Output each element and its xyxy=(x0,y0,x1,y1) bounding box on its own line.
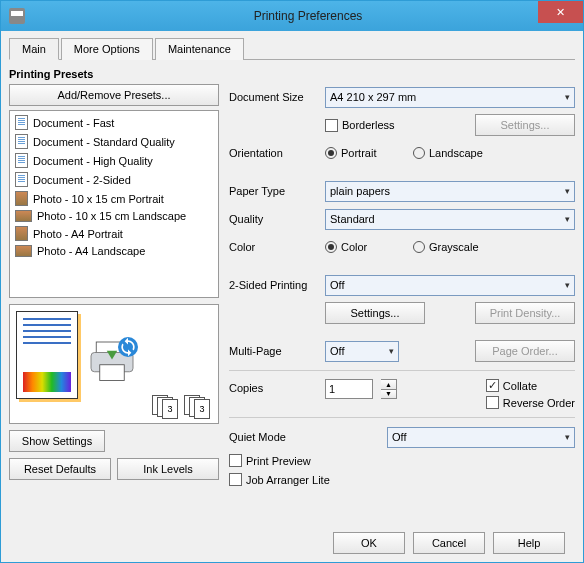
grayscale-text: Grayscale xyxy=(429,241,479,253)
print-preview-text: Print Preview xyxy=(246,455,311,467)
reverse-order-checkbox[interactable] xyxy=(486,396,499,409)
preset-label: Photo - A4 Landscape xyxy=(37,245,145,257)
chevron-down-icon: ▾ xyxy=(565,186,570,196)
preset-list[interactable]: Document - Fast Document - Standard Qual… xyxy=(9,110,219,298)
multipage-value: Off xyxy=(330,345,344,357)
preset-item-photo-10x15-landscape[interactable]: Photo - 10 x 15 cm Landscape xyxy=(12,208,216,224)
two-sided-settings-button[interactable]: Settings... xyxy=(325,302,425,324)
job-arranger-text: Job Arranger Lite xyxy=(246,474,330,486)
preset-label: Photo - 10 x 15 cm Portrait xyxy=(33,193,164,205)
document-size-select[interactable]: A4 210 x 297 mm▾ xyxy=(325,87,575,108)
row-2sided: 2-Sided Printing Off▾ xyxy=(229,274,575,296)
collate-checkbox-label[interactable]: Collate xyxy=(486,379,575,392)
print-preview-checkbox[interactable] xyxy=(229,454,242,467)
tab-more-options[interactable]: More Options xyxy=(61,38,153,60)
window-title: Printing Preferences xyxy=(33,9,583,23)
separator xyxy=(229,370,575,371)
printing-presets-title: Printing Presets xyxy=(9,68,219,80)
quality-label: Quality xyxy=(229,213,317,225)
row-paper-type: Paper Type plain papers▾ xyxy=(229,180,575,202)
document-preview-icon xyxy=(16,311,78,399)
reset-defaults-button[interactable]: Reset Defaults xyxy=(9,458,111,480)
borderless-settings-button[interactable]: Settings... xyxy=(475,114,575,136)
row-borderless: Borderless Settings... xyxy=(229,114,575,136)
ink-levels-button[interactable]: Ink Levels xyxy=(117,458,219,480)
job-arranger-checkbox[interactable] xyxy=(229,473,242,486)
paper-type-label: Paper Type xyxy=(229,185,317,197)
add-remove-presets-button[interactable]: Add/Remove Presets... xyxy=(9,84,219,106)
ok-button[interactable]: OK xyxy=(333,532,405,554)
tab-maintenance[interactable]: Maintenance xyxy=(155,38,244,60)
borderless-checkbox[interactable] xyxy=(325,119,338,132)
help-button[interactable]: Help xyxy=(493,532,565,554)
collate-checkbox[interactable] xyxy=(486,379,499,392)
color-text: Color xyxy=(341,241,367,253)
multipage-select[interactable]: Off▾ xyxy=(325,341,399,362)
landscape-radio[interactable] xyxy=(413,147,425,159)
photo-portrait-icon xyxy=(15,226,28,241)
document-2sided-icon xyxy=(15,172,28,187)
borderless-checkbox-label[interactable]: Borderless xyxy=(325,119,405,132)
grayscale-radio-label[interactable]: Grayscale xyxy=(413,241,493,253)
portrait-radio[interactable] xyxy=(325,147,337,159)
separator xyxy=(229,417,575,418)
quiet-mode-label: Quiet Mode xyxy=(229,431,379,443)
spinner-up-icon[interactable]: ▲ xyxy=(381,380,396,390)
print-preview-checkbox-label[interactable]: Print Preview xyxy=(229,454,575,467)
color-radio[interactable] xyxy=(325,241,337,253)
two-sided-select[interactable]: Off▾ xyxy=(325,275,575,296)
print-density-button[interactable]: Print Density... xyxy=(475,302,575,324)
landscape-radio-label[interactable]: Landscape xyxy=(413,147,493,159)
printing-preferences-window: Printing Preferences ✕ Main More Options… xyxy=(0,0,584,563)
quiet-mode-value: Off xyxy=(392,431,406,443)
preset-item-photo-a4-portrait[interactable]: Photo - A4 Portrait xyxy=(12,224,216,243)
job-arranger-checkbox-label[interactable]: Job Arranger Lite xyxy=(229,473,575,486)
preset-item-photo-a4-landscape[interactable]: Photo - A4 Landscape xyxy=(12,243,216,259)
show-settings-button[interactable]: Show Settings xyxy=(9,430,105,452)
reverse-text: Reverse Order xyxy=(503,397,575,409)
preset-item-photo-10x15-portrait[interactable]: Photo - 10 x 15 cm Portrait xyxy=(12,189,216,208)
right-column: Document Size A4 210 x 297 mm▾ Borderles… xyxy=(229,68,575,522)
color-radio-label[interactable]: Color xyxy=(325,241,405,253)
photo-portrait-icon xyxy=(15,191,28,206)
preset-item-document-2sided[interactable]: Document - 2-Sided xyxy=(12,170,216,189)
tab-main[interactable]: Main xyxy=(9,38,59,60)
paper-type-select[interactable]: plain papers▾ xyxy=(325,181,575,202)
copies-spinner[interactable]: ▲▼ xyxy=(381,379,397,399)
sync-icon xyxy=(118,337,138,357)
row-orientation: Orientation Portrait Landscape xyxy=(229,142,575,164)
quality-select[interactable]: Standard▾ xyxy=(325,209,575,230)
preset-label: Document - 2-Sided xyxy=(33,174,131,186)
document-icon xyxy=(15,115,28,130)
preset-label: Document - High Quality xyxy=(33,155,153,167)
grayscale-radio[interactable] xyxy=(413,241,425,253)
reverse-order-checkbox-label[interactable]: Reverse Order xyxy=(486,396,575,409)
collate-text: Collate xyxy=(503,380,537,392)
preview-box: 123 123 xyxy=(9,304,219,424)
quiet-mode-select[interactable]: Off▾ xyxy=(387,427,575,448)
preset-label: Photo - 10 x 15 cm Landscape xyxy=(37,210,186,222)
spinner-down-icon[interactable]: ▼ xyxy=(381,390,396,399)
page-order-button[interactable]: Page Order... xyxy=(475,340,575,362)
close-button[interactable]: ✕ xyxy=(538,1,583,23)
document-size-label: Document Size xyxy=(229,91,317,103)
copies-input[interactable]: 1 xyxy=(325,379,373,399)
preset-item-document-high[interactable]: Document - High Quality xyxy=(12,151,216,170)
cancel-button[interactable]: Cancel xyxy=(413,532,485,554)
preset-item-document-standard[interactable]: Document - Standard Quality xyxy=(12,132,216,151)
left-buttons: Show Settings Reset Defaults Ink Levels xyxy=(9,430,219,480)
multipage-label: Multi-Page xyxy=(229,345,317,357)
photo-landscape-icon xyxy=(15,245,32,257)
printer-preview-icon xyxy=(84,335,144,393)
row-quiet-mode: Quiet Mode Off▾ xyxy=(229,426,575,448)
dialog-footer: OK Cancel Help xyxy=(9,522,575,554)
row-document-size: Document Size A4 210 x 297 mm▾ xyxy=(229,86,575,108)
photo-landscape-icon xyxy=(15,210,32,222)
left-column: Printing Presets Add/Remove Presets... D… xyxy=(9,68,219,522)
portrait-radio-label[interactable]: Portrait xyxy=(325,147,405,159)
preset-label: Photo - A4 Portrait xyxy=(33,228,123,240)
row-copies: Copies 1 ▲▼ Collate Reverse Order xyxy=(229,379,575,409)
preset-item-document-fast[interactable]: Document - Fast xyxy=(12,113,216,132)
chevron-down-icon: ▾ xyxy=(565,280,570,290)
copies-label: Copies xyxy=(229,379,317,394)
